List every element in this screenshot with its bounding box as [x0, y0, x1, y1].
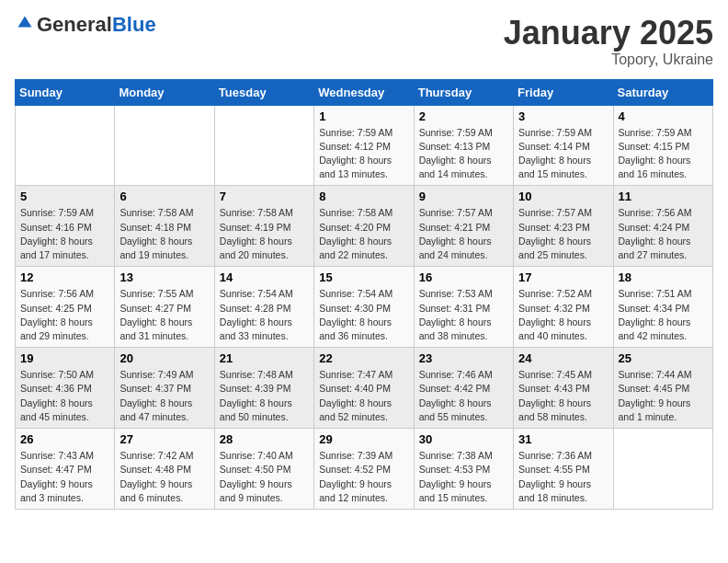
table-row: 22Sunrise: 7:47 AM Sunset: 4:40 PM Dayli… [314, 348, 414, 429]
location: Topory, Ukraine [504, 52, 713, 68]
day-info: Sunrise: 7:48 AM Sunset: 4:39 PM Dayligh… [220, 368, 309, 424]
table-row: 3Sunrise: 7:59 AM Sunset: 4:14 PM Daylig… [514, 105, 613, 186]
day-number: 13 [119, 270, 209, 284]
day-number: 22 [319, 351, 408, 365]
logo: GeneralBlue [15, 15, 156, 35]
weekday-thursday: Thursday [414, 79, 513, 105]
day-info: Sunrise: 7:42 AM Sunset: 4:48 PM Dayligh… [119, 449, 209, 505]
day-info: Sunrise: 7:49 AM Sunset: 4:37 PM Dayligh… [119, 368, 209, 424]
day-number: 12 [20, 270, 109, 284]
day-info: Sunrise: 7:43 AM Sunset: 4:47 PM Dayligh… [20, 449, 109, 505]
day-number: 23 [419, 351, 508, 365]
day-info: Sunrise: 7:36 AM Sunset: 4:55 PM Dayligh… [518, 449, 608, 505]
day-info: Sunrise: 7:57 AM Sunset: 4:21 PM Dayligh… [419, 206, 508, 262]
calendar-body: 1Sunrise: 7:59 AM Sunset: 4:12 PM Daylig… [16, 105, 713, 509]
table-row: 29Sunrise: 7:39 AM Sunset: 4:52 PM Dayli… [314, 429, 414, 510]
day-number: 17 [518, 270, 608, 284]
table-row: 12Sunrise: 7:56 AM Sunset: 4:25 PM Dayli… [16, 267, 115, 348]
day-info: Sunrise: 7:58 AM Sunset: 4:18 PM Dayligh… [119, 206, 209, 262]
day-number: 31 [518, 432, 608, 446]
day-info: Sunrise: 7:58 AM Sunset: 4:20 PM Dayligh… [319, 206, 408, 262]
day-number: 9 [419, 190, 508, 203]
table-row [115, 105, 214, 186]
table-row: 17Sunrise: 7:52 AM Sunset: 4:32 PM Dayli… [514, 267, 613, 348]
day-number: 30 [419, 432, 508, 446]
day-number: 28 [220, 432, 309, 446]
day-info: Sunrise: 7:59 AM Sunset: 4:14 PM Dayligh… [518, 126, 608, 182]
day-info: Sunrise: 7:46 AM Sunset: 4:42 PM Dayligh… [419, 368, 508, 424]
day-info: Sunrise: 7:58 AM Sunset: 4:19 PM Dayligh… [220, 206, 309, 262]
table-row [16, 105, 115, 186]
calendar-header: Sunday Monday Tuesday Wednesday Thursday… [16, 79, 713, 105]
page-header: GeneralBlue January 2025 Topory, Ukraine [15, 15, 713, 68]
weekday-friday: Friday [514, 79, 613, 105]
table-row: 30Sunrise: 7:38 AM Sunset: 4:53 PM Dayli… [414, 429, 513, 510]
day-number: 18 [619, 270, 708, 284]
table-row: 4Sunrise: 7:59 AM Sunset: 4:15 PM Daylig… [613, 105, 712, 186]
table-row: 25Sunrise: 7:44 AM Sunset: 4:45 PM Dayli… [613, 348, 712, 429]
title-block: January 2025 Topory, Ukraine [504, 15, 713, 68]
day-info: Sunrise: 7:51 AM Sunset: 4:34 PM Dayligh… [619, 287, 708, 343]
table-row: 6Sunrise: 7:58 AM Sunset: 4:18 PM Daylig… [115, 186, 214, 267]
day-number: 5 [20, 190, 109, 203]
day-number: 16 [419, 270, 508, 284]
table-row: 8Sunrise: 7:58 AM Sunset: 4:20 PM Daylig… [314, 186, 414, 267]
day-number: 2 [419, 109, 508, 123]
day-number: 25 [619, 351, 708, 365]
day-info: Sunrise: 7:52 AM Sunset: 4:32 PM Dayligh… [518, 287, 608, 343]
day-number: 11 [619, 190, 708, 203]
logo-icon [17, 15, 33, 31]
day-number: 27 [119, 432, 209, 446]
day-info: Sunrise: 7:45 AM Sunset: 4:43 PM Dayligh… [518, 368, 608, 424]
day-info: Sunrise: 7:56 AM Sunset: 4:24 PM Dayligh… [619, 206, 708, 262]
day-number: 24 [518, 351, 608, 365]
logo-blue-text: Blue [112, 13, 156, 36]
day-number: 26 [20, 432, 109, 446]
day-number: 1 [319, 109, 408, 123]
day-number: 4 [619, 109, 708, 123]
table-row [613, 429, 712, 510]
table-row: 1Sunrise: 7:59 AM Sunset: 4:12 PM Daylig… [314, 105, 414, 186]
day-info: Sunrise: 7:47 AM Sunset: 4:40 PM Dayligh… [319, 368, 408, 424]
table-row: 31Sunrise: 7:36 AM Sunset: 4:55 PM Dayli… [514, 429, 613, 510]
day-info: Sunrise: 7:54 AM Sunset: 4:28 PM Dayligh… [220, 287, 309, 343]
table-row: 28Sunrise: 7:40 AM Sunset: 4:50 PM Dayli… [214, 429, 313, 510]
table-row: 9Sunrise: 7:57 AM Sunset: 4:21 PM Daylig… [414, 186, 513, 267]
day-info: Sunrise: 7:44 AM Sunset: 4:45 PM Dayligh… [619, 368, 708, 424]
day-info: Sunrise: 7:59 AM Sunset: 4:13 PM Dayligh… [419, 126, 508, 182]
table-row: 2Sunrise: 7:59 AM Sunset: 4:13 PM Daylig… [414, 105, 513, 186]
table-row: 21Sunrise: 7:48 AM Sunset: 4:39 PM Dayli… [214, 348, 313, 429]
day-info: Sunrise: 7:53 AM Sunset: 4:31 PM Dayligh… [419, 287, 508, 343]
day-info: Sunrise: 7:40 AM Sunset: 4:50 PM Dayligh… [220, 449, 309, 505]
weekday-wednesday: Wednesday [314, 79, 414, 105]
weekday-saturday: Saturday [613, 79, 712, 105]
day-info: Sunrise: 7:57 AM Sunset: 4:23 PM Dayligh… [518, 206, 608, 262]
day-info: Sunrise: 7:39 AM Sunset: 4:52 PM Dayligh… [319, 449, 408, 505]
table-row: 18Sunrise: 7:51 AM Sunset: 4:34 PM Dayli… [613, 267, 712, 348]
day-number: 7 [220, 190, 309, 203]
weekday-monday: Monday [115, 79, 214, 105]
table-row: 23Sunrise: 7:46 AM Sunset: 4:42 PM Dayli… [414, 348, 513, 429]
calendar-table: Sunday Monday Tuesday Wednesday Thursday… [15, 79, 713, 510]
day-number: 3 [518, 109, 608, 123]
table-row: 7Sunrise: 7:58 AM Sunset: 4:19 PM Daylig… [214, 186, 313, 267]
day-number: 21 [220, 351, 309, 365]
day-number: 8 [319, 190, 408, 203]
svg-marker-0 [18, 17, 32, 28]
day-info: Sunrise: 7:54 AM Sunset: 4:30 PM Dayligh… [319, 287, 408, 343]
day-number: 15 [319, 270, 408, 284]
table-row: 19Sunrise: 7:50 AM Sunset: 4:36 PM Dayli… [16, 348, 115, 429]
table-row [214, 105, 313, 186]
day-info: Sunrise: 7:55 AM Sunset: 4:27 PM Dayligh… [119, 287, 209, 343]
day-number: 10 [518, 190, 608, 203]
table-row: 11Sunrise: 7:56 AM Sunset: 4:24 PM Dayli… [613, 186, 712, 267]
day-info: Sunrise: 7:59 AM Sunset: 4:16 PM Dayligh… [20, 206, 109, 262]
logo-general-text: General [37, 13, 112, 36]
table-row: 5Sunrise: 7:59 AM Sunset: 4:16 PM Daylig… [16, 186, 115, 267]
table-row: 16Sunrise: 7:53 AM Sunset: 4:31 PM Dayli… [414, 267, 513, 348]
table-row: 15Sunrise: 7:54 AM Sunset: 4:30 PM Dayli… [314, 267, 414, 348]
weekday-tuesday: Tuesday [214, 79, 313, 105]
table-row: 27Sunrise: 7:42 AM Sunset: 4:48 PM Dayli… [115, 429, 214, 510]
day-number: 6 [119, 190, 209, 203]
table-row: 13Sunrise: 7:55 AM Sunset: 4:27 PM Dayli… [115, 267, 214, 348]
